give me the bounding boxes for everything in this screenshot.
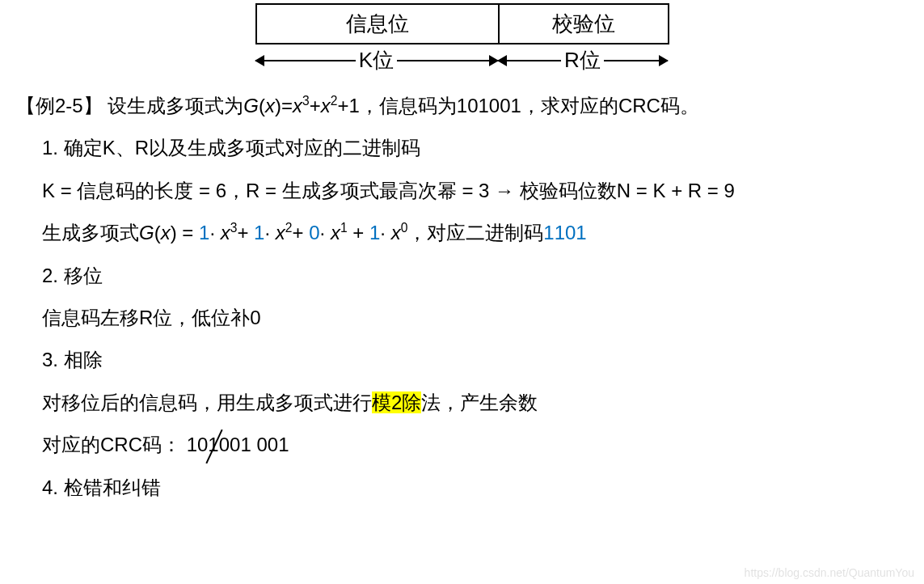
division-desc: 对移位后的信息码，用生成多项式进行模2除法，产生余数	[16, 387, 908, 418]
r-arrow: R位	[498, 46, 668, 74]
step-2: 2. 移位	[16, 260, 908, 291]
mod2-highlight: 模2除	[372, 391, 421, 413]
step-3: 3. 相除	[16, 345, 908, 375]
arrow-row: K位 R位	[255, 46, 669, 74]
r-label: R位	[561, 46, 604, 74]
example-prefix: 【例2-5】	[16, 95, 103, 116]
step-4: 4. 检错和纠错	[16, 472, 908, 503]
bit-layout-diagram: 信息位 校验位 K位 R位	[16, 3, 908, 74]
k-label: K位	[356, 46, 397, 74]
strike-digit: 1	[208, 430, 218, 460]
generator-poly-line: 生成多项式G(x) = 1· x3+ 1· x2+ 0· x1 + 1· x0，…	[16, 218, 908, 248]
check-bits-cell: 校验位	[499, 4, 669, 44]
example-line: 【例2-5】 设生成多项式为G(x)=x3+x2+1，信息码为101001，求对…	[16, 91, 908, 121]
k-r-line: K = 信息码的长度 = 6，R = 生成多项式最高次幂 = 3 → 校验码位数…	[16, 176, 908, 206]
step-1: 1. 确定K、R以及生成多项式对应的二进制码	[16, 133, 908, 163]
info-bits-cell: 信息位	[256, 4, 499, 44]
crc-result: 对应的CRC码： 101001 001	[16, 430, 908, 460]
shift-desc: 信息码左移R位，低位补0	[16, 303, 908, 333]
k-arrow: K位	[255, 46, 498, 74]
diagram-table: 信息位 校验位	[255, 3, 669, 44]
watermark: https://blog.csdn.net/QuantumYou	[745, 566, 914, 579]
content-body: 【例2-5】 设生成多项式为G(x)=x3+x2+1，信息码为101001，求对…	[16, 91, 908, 503]
